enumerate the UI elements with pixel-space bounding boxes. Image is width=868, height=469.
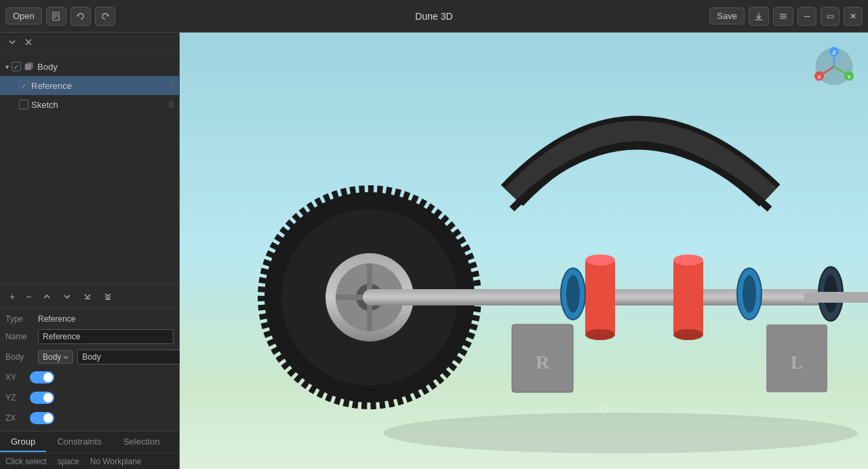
move-down-button[interactable] <box>58 290 76 303</box>
left-panel: ▾ ✓ Body ✓ Reference 0 Sketch 0 <box>0 33 180 469</box>
svg-point-36 <box>585 255 615 265</box>
axis-indicator: Z X Y <box>814 46 854 87</box>
save-button[interactable]: Save <box>709 7 745 24</box>
name-input[interactable] <box>38 329 174 344</box>
minimize-button[interactable]: ─ <box>797 7 816 26</box>
body-select-row: Body <box>38 350 189 364</box>
body-tag-button[interactable]: Body <box>38 350 73 364</box>
main-content: ▾ ✓ Body ✓ Reference 0 Sketch 0 <box>0 33 868 469</box>
tree-view: ▾ ✓ Body ✓ Reference 0 Sketch 0 <box>0 54 179 281</box>
body-tag-label: Body <box>43 352 61 362</box>
svg-point-43 <box>566 275 580 313</box>
move-up-button[interactable] <box>38 290 56 303</box>
svg-point-40 <box>673 255 703 265</box>
tree-item-body[interactable]: ▾ ✓ Body <box>0 57 179 76</box>
reference-checkbox[interactable]: ✓ <box>19 81 28 90</box>
download-button[interactable] <box>749 7 769 26</box>
type-row: Type Reference <box>5 314 174 324</box>
body-label: Body <box>37 62 58 72</box>
xy-toggle-row: XY <box>5 370 174 385</box>
panel-divider-1 <box>0 282 179 283</box>
panel-collapse-button[interactable] <box>5 37 19 50</box>
body-expand-arrow[interactable]: ▾ <box>5 63 9 71</box>
y-axis-label: Y <box>847 74 851 80</box>
move-bottom-button[interactable] <box>79 290 96 303</box>
viewport[interactable]: R L <box>180 33 868 469</box>
tab-selection[interactable]: Selection <box>113 432 170 452</box>
panel-header <box>0 33 179 54</box>
tree-item-sketch[interactable]: Sketch 0 <box>0 95 179 114</box>
svg-rect-39 <box>673 260 703 335</box>
type-label: Type <box>5 314 33 324</box>
panel-toolbar: + − <box>0 284 179 309</box>
reference-label: Reference <box>31 81 72 91</box>
sketch-count: 0 <box>169 100 174 109</box>
click-select-status: Click select <box>5 457 47 466</box>
add-item-button[interactable]: + <box>5 289 19 304</box>
undo-button[interactable] <box>71 7 91 26</box>
body-checkbox[interactable]: ✓ <box>12 62 21 71</box>
z-axis-label: Z <box>833 50 836 56</box>
maximize-button[interactable]: ▭ <box>821 7 840 26</box>
sketch-checkbox[interactable] <box>19 100 28 109</box>
menu-button[interactable] <box>773 7 793 26</box>
name-label: Name <box>5 332 33 341</box>
bottom-tabs: Group Constraints Selection <box>0 431 179 453</box>
body-prop-label: Body <box>5 352 33 362</box>
yz-label: YZ <box>5 393 24 402</box>
remove-item-button[interactable]: − <box>22 289 35 304</box>
svg-text:R: R <box>536 352 550 373</box>
zx-toggle[interactable] <box>30 412 54 424</box>
3d-scene[interactable]: R L <box>180 33 868 469</box>
svg-point-45 <box>743 275 756 313</box>
svg-point-37 <box>585 329 615 340</box>
body-row: Body Body <box>5 350 174 364</box>
zx-toggle-row: ZX <box>5 411 174 426</box>
svg-point-41 <box>673 329 703 340</box>
body-input[interactable] <box>77 350 189 364</box>
body-tag-chevron <box>63 354 68 360</box>
name-row: Name <box>5 329 174 344</box>
sketch-label: Sketch <box>31 100 58 110</box>
redo-button[interactable] <box>95 7 115 26</box>
svg-rect-13 <box>27 62 33 69</box>
open-button[interactable]: Open <box>5 7 42 24</box>
tab-constraints[interactable]: Constraints <box>46 432 113 452</box>
svg-rect-50 <box>804 292 868 303</box>
svg-point-17 <box>383 413 858 453</box>
xy-label: XY <box>5 373 24 382</box>
reference-count: 0 <box>169 81 174 90</box>
tab-group[interactable]: Group <box>0 432 46 452</box>
properties-section: Type Reference Name Body Body <box>0 309 179 431</box>
yz-toggle-row: YZ <box>5 390 174 405</box>
titlebar: Open Dune 3D Save <box>0 0 868 33</box>
xy-toggle[interactable] <box>30 371 54 383</box>
x-axis-label: X <box>817 74 821 80</box>
tree-item-reference[interactable]: ✓ Reference 0 <box>0 76 179 95</box>
close-button[interactable]: ✕ <box>844 7 863 26</box>
panel-close-button[interactable] <box>22 37 35 50</box>
space-status: space <box>58 457 79 466</box>
svg-text:L: L <box>791 352 804 373</box>
yz-toggle[interactable] <box>30 392 54 404</box>
move-double-bottom-button[interactable] <box>99 290 117 303</box>
status-bar: Click select space No Workplane <box>0 453 179 469</box>
zx-label: ZX <box>5 413 24 423</box>
new-file-button[interactable] <box>46 7 66 26</box>
app-title: Dune 3D <box>415 11 452 22</box>
svg-rect-35 <box>585 260 615 335</box>
body-icon <box>24 61 35 72</box>
type-value: Reference <box>38 314 75 324</box>
workplane-status: No Workplane <box>90 457 142 466</box>
